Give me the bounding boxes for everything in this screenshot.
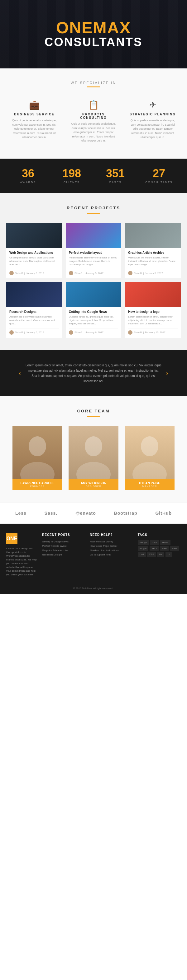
footer-tag[interactable]: SEO: [150, 546, 159, 551]
spec-text-2: Quis ut pede venenatis scelerisque, cum …: [128, 118, 177, 140]
footer-tags-col: Tags designCSSHTMLPluginSEOPHPPHPUnitCSS…: [138, 533, 181, 577]
team-member-role: DESIGNER: [70, 485, 117, 488]
team-photo-svg: [125, 426, 174, 479]
projects-divider: [87, 213, 100, 214]
stat-label: AWARDS: [6, 181, 50, 184]
team-photo-svg: [13, 426, 62, 479]
stat-number: 351: [94, 168, 137, 179]
svg-point-4: [141, 436, 158, 456]
footer-brand-text: Onemax is a design firm that specializes…: [6, 547, 37, 577]
specialize-grid: 💼 BUSINESS SERVICE Quis ut pede venenati…: [6, 97, 181, 146]
footer-post-link[interactable]: Graphics Article Archive: [42, 549, 85, 552]
team-card: Lawrence Carroll FOUNDER: [13, 426, 62, 490]
footer-tag[interactable]: HTML: [160, 540, 171, 545]
stat-label: CASES: [94, 181, 137, 184]
footer-tag[interactable]: PHP: [160, 546, 169, 551]
specialize-item-1: 📋 PRODUCTS CONSULTING Quis ut pede venen…: [66, 97, 121, 146]
author-name: ShineB: [134, 331, 142, 334]
footer-help-link[interactable]: How to use Page Builder: [90, 544, 133, 547]
team-name-bar: Amy Wilkinson DESIGNER: [69, 479, 118, 490]
footer-tag[interactable]: Unit: [138, 552, 146, 557]
footer-help-link[interactable]: Go to support form: [90, 553, 133, 556]
team-member-name: Amy Wilkinson: [70, 482, 117, 485]
spec-text-0: Quis ut pede venenatis scelerisque, cum …: [10, 118, 59, 140]
spec-text-1: Quis ut pede venenatis scelerisque, cum …: [69, 122, 118, 143]
team-photo-svg: [69, 426, 118, 479]
testimonial-section: ‹ Lorem ipsum dolor sit amet, tritani co…: [0, 350, 187, 396]
stat-item: 36 AWARDS: [6, 168, 50, 184]
project-card[interactable]: How to design a logo Lorem ipsum dolor s…: [125, 282, 181, 338]
team-member-role: MANAGER: [126, 485, 173, 488]
project-image: [66, 223, 121, 248]
stat-item: 351 CASES: [94, 168, 137, 184]
footer-post-link[interactable]: Perfect website layout: [42, 544, 85, 547]
project-date: January 6, 2017: [86, 331, 104, 334]
project-title: Graphics Article Archive: [128, 251, 177, 255]
footer-tag[interactable]: UI: [166, 552, 172, 557]
stat-label: CLIENTS: [50, 181, 94, 184]
spec-title-0: BUSINESS SERVICE: [10, 113, 59, 116]
project-image: [125, 282, 181, 307]
footer-tag[interactable]: PHP: [170, 546, 179, 551]
footer-help-link[interactable]: How to Install Money: [90, 540, 133, 543]
author-name: ShineB: [134, 272, 142, 275]
project-text: Pellentesque eleifend viverra dolor sit …: [69, 256, 118, 267]
author-avatar: [10, 330, 14, 335]
clients-section: LessSass.@envatoBootstrapGitHub: [0, 503, 187, 524]
footer-tag[interactable]: Plugin: [138, 546, 149, 551]
project-title: Perfect website layout: [69, 251, 118, 255]
business-icon: 💼: [10, 100, 59, 110]
project-card[interactable]: Graphics Article Archive Vestibulum vel …: [125, 223, 181, 278]
specialize-item-0: 💼 BUSINESS SERVICE Quis ut pede venenati…: [6, 97, 62, 146]
stat-item: 27 CONSULTANTS: [137, 168, 181, 184]
svg-point-0: [29, 436, 46, 456]
project-separator: |: [143, 272, 144, 275]
footer-post-link[interactable]: Research Designs: [42, 553, 85, 556]
footer-copyright: © 2016 DataMax. All rights reserved.: [73, 587, 114, 590]
footer-post-link[interactable]: Getting to Google News: [42, 540, 85, 543]
project-date: February 10, 2017: [145, 331, 165, 334]
author-avatar: [128, 330, 133, 335]
footer-tag[interactable]: UX: [157, 552, 164, 557]
project-date: January 5, 2017: [26, 272, 44, 275]
author-name: ShineB: [15, 331, 23, 334]
specialize-divider: [87, 86, 100, 88]
stat-number: 27: [137, 168, 181, 179]
team-photo: [69, 426, 118, 479]
footer-tag[interactable]: CSS: [147, 552, 156, 557]
footer-help-title: Need Help?: [90, 533, 133, 536]
project-card[interactable]: Web Design and Applications Ut semper la…: [6, 223, 62, 278]
team-name-bar: Dylan Paige MANAGER: [125, 479, 174, 490]
client-logo: Sass.: [45, 511, 58, 515]
footer-tag[interactable]: CSS: [150, 540, 159, 545]
team-member-name: Dylan Paige: [126, 482, 173, 485]
project-date: January 5, 2017: [86, 272, 104, 275]
footer-tag[interactable]: design: [138, 540, 149, 545]
project-title: Research Designs: [10, 310, 59, 313]
prev-arrow[interactable]: ‹: [19, 369, 21, 377]
footer-help-list: How to Install MoneyHow to use Page Buil…: [90, 540, 133, 556]
project-card[interactable]: Getting into Google News Quisque turpis …: [66, 282, 121, 338]
svg-point-5: [133, 462, 167, 479]
project-image: [66, 282, 121, 307]
project-card[interactable]: Perfect website layout Pellentesque elei…: [66, 223, 121, 278]
stat-number: 36: [6, 168, 50, 179]
author-avatar: [128, 271, 133, 275]
footer-help-link[interactable]: Needles other instructions: [90, 549, 133, 552]
project-text: Lorem ipsum dolor sit amet, consectetur …: [128, 315, 177, 326]
author-name: ShineB: [15, 272, 23, 275]
project-image: [6, 223, 62, 248]
project-separator: |: [24, 272, 25, 275]
team-name-bar: Lawrence Carroll FOUNDER: [13, 479, 62, 490]
project-title: Web Design and Applications: [10, 251, 59, 255]
author-avatar: [10, 271, 14, 275]
spec-title-1: PRODUCTS CONSULTING: [69, 113, 118, 119]
footer-help: Need Help? How to Install MoneyHow to us…: [90, 533, 133, 577]
next-arrow[interactable]: ›: [166, 369, 168, 377]
project-card[interactable]: Research Designs Aliquam leo dolor vitae…: [6, 282, 62, 338]
team-member-role: FOUNDER: [14, 485, 61, 488]
team-member-name: Lawrence Carroll: [14, 482, 61, 485]
project-date: January 5, 2017: [145, 272, 163, 275]
author-name: ShineB: [75, 331, 83, 334]
client-logo: GitHub: [155, 511, 172, 515]
